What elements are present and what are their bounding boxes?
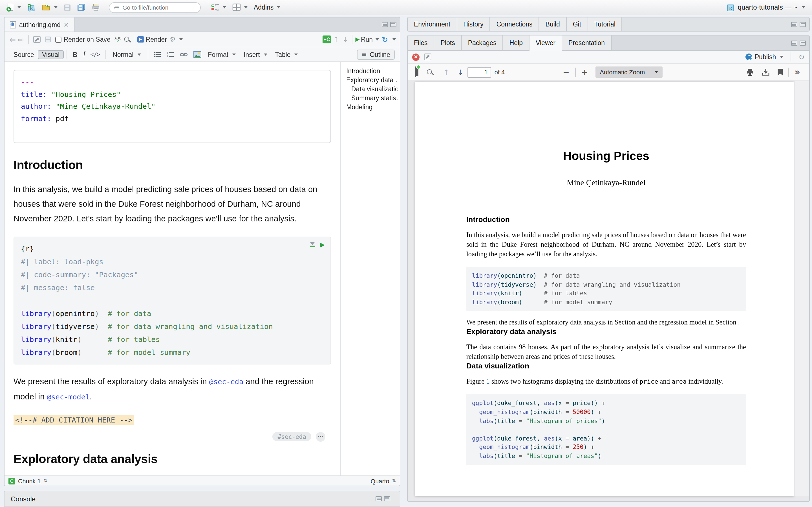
pdf-prev-page-icon[interactable] (443, 68, 449, 76)
document-format-label[interactable]: Quarto (371, 477, 389, 484)
viewer-popout-icon[interactable] (424, 54, 432, 60)
new-file-button[interactable] (4, 2, 22, 13)
project-menu-button[interactable]: R quarto-tutorials — ~ (724, 2, 808, 13)
save-button[interactable] (62, 3, 73, 12)
save-doc-icon[interactable] (45, 36, 51, 43)
maximize-pane-icon[interactable] (390, 22, 396, 27)
rerun-icon[interactable] (382, 36, 388, 43)
tab-close-icon[interactable] (63, 21, 69, 28)
render-on-save-checkbox[interactable] (55, 36, 61, 43)
back-icon[interactable] (10, 36, 16, 43)
viewer-minimize-icon[interactable] (791, 40, 797, 45)
outline-item-data-visualization[interactable]: Data visualization (346, 84, 398, 94)
yaml-metadata-block[interactable]: --- title: "Housing Prices" author: "Min… (13, 70, 331, 143)
tab-viewer[interactable]: Viewer (529, 36, 562, 51)
viewer-refresh-icon[interactable] (799, 53, 805, 61)
env-maximize-icon[interactable] (800, 22, 806, 27)
save-all-button[interactable] (75, 2, 87, 12)
visual-mode-button[interactable]: Visual (38, 50, 63, 59)
pdf-download-icon[interactable] (762, 68, 770, 76)
tab-environment[interactable]: Environment (408, 17, 457, 31)
tab-connections[interactable]: Connections (490, 17, 539, 31)
tab-git[interactable]: Git (567, 17, 588, 31)
pdf-sidebar-toggle[interactable] (415, 67, 418, 77)
popout-icon[interactable] (33, 36, 41, 43)
pdf-bookmark-icon[interactable] (778, 69, 783, 75)
tab-plots[interactable]: Plots (435, 36, 462, 50)
stop-viewer-icon[interactable]: ✕ (412, 53, 419, 61)
pdf-tools-expand-icon[interactable] (795, 68, 800, 76)
tab-packages[interactable]: Packages (462, 36, 503, 50)
open-file-button[interactable] (40, 2, 59, 12)
chunk-position-label[interactable]: Chunk 1 (18, 477, 41, 484)
console-title[interactable]: Console (11, 495, 36, 503)
render-options-gear-icon[interactable] (170, 36, 176, 43)
tab-presentation[interactable]: Presentation (562, 36, 612, 50)
tab-authoring-qmd[interactable]: authoring.qmd (4, 17, 75, 32)
pdf-page-input[interactable] (467, 67, 491, 77)
render-on-save-toggle[interactable]: Render on Save (55, 36, 110, 43)
bold-button[interactable]: B (70, 50, 80, 58)
viewer-window-buttons (791, 36, 809, 50)
format-spinner-icon[interactable] (392, 478, 396, 483)
insert-menu[interactable]: Insert (240, 50, 271, 59)
pdf-zoom-out-icon[interactable] (563, 68, 569, 76)
pdf-next-page-icon[interactable] (457, 68, 463, 76)
console-minimize-icon[interactable] (375, 496, 382, 501)
goto-file-box[interactable]: ➦ (109, 2, 201, 13)
publish-button[interactable]: Publish (746, 54, 783, 60)
console-maximize-icon[interactable] (384, 496, 390, 501)
insert-chunk-button[interactable]: +C (322, 36, 331, 43)
tab-files[interactable]: Files (408, 36, 435, 50)
pdf-viewer-area[interactable]: Housing Prices Mine Çetinkaya-Rundel Int… (408, 81, 809, 501)
code-chunk-load-pkgs[interactable]: {r} #| label: load-pkgs #| code-summary:… (13, 236, 331, 364)
format-menu[interactable]: Format (204, 50, 240, 59)
numbered-list-icon[interactable]: 12 (167, 51, 174, 57)
chunk-line (21, 294, 324, 307)
image-icon[interactable] (193, 51, 201, 58)
tab-help[interactable]: Help (503, 36, 529, 50)
new-project-button[interactable]: R (26, 2, 37, 13)
print-button[interactable] (90, 2, 101, 12)
forward-icon[interactable] (18, 36, 24, 43)
pdf-zoom-select[interactable]: Automatic Zoom (595, 66, 662, 78)
pdf-search-icon[interactable] (426, 68, 434, 76)
visual-editor-document[interactable]: --- title: "Housing Prices" author: "Min… (4, 62, 340, 475)
pdf-zoom-in-icon[interactable] (581, 68, 588, 76)
pdf-scrollbar[interactable] (794, 81, 809, 496)
run-button[interactable]: Run (361, 36, 373, 43)
run-chunks-above-icon[interactable] (310, 242, 315, 247)
bullet-list-icon[interactable] (154, 51, 161, 57)
tab-tutorial[interactable]: Tutorial (588, 17, 622, 31)
table-menu[interactable]: Table (271, 50, 302, 59)
render-button[interactable]: Render (146, 36, 167, 43)
go-next-section-icon[interactable] (342, 36, 348, 43)
run-chunk-icon[interactable] (320, 241, 325, 247)
viewer-maximize-icon[interactable] (800, 40, 806, 45)
addins-button[interactable]: Addins (252, 3, 282, 12)
env-minimize-icon[interactable] (791, 22, 797, 27)
outline-item-introduction[interactable]: Introduction (346, 66, 398, 75)
chunk-spinner-icon[interactable] (43, 478, 47, 483)
tab-history[interactable]: History (457, 17, 490, 31)
workspace-panes-button[interactable] (231, 2, 249, 12)
outline-item-summary-statistics[interactable]: Summary statis… (346, 94, 398, 103)
pdf-print-icon[interactable] (746, 68, 754, 76)
link-icon[interactable] (180, 51, 188, 58)
find-replace-icon[interactable] (124, 36, 131, 43)
minimize-pane-icon[interactable] (382, 22, 388, 27)
paragraph-style-dropdown[interactable]: Normal (109, 50, 145, 59)
version-control-caret (223, 6, 226, 8)
code-format-button[interactable]: </> (88, 51, 102, 57)
version-control-button[interactable] (209, 2, 228, 13)
go-prev-section-icon[interactable] (333, 36, 339, 43)
goto-file-input[interactable] (122, 4, 190, 11)
outline-toggle-button[interactable]: Outline (357, 49, 395, 59)
outline-item-modeling[interactable]: Modeling (346, 103, 398, 112)
section-options-button[interactable] (316, 432, 325, 441)
spellcheck-icon[interactable]: ABC ✓ (114, 36, 121, 43)
source-mode-button[interactable]: Source (10, 50, 38, 59)
outline-item-eda[interactable]: Exploratory data … (346, 75, 398, 84)
tab-build[interactable]: Build (539, 17, 567, 31)
italic-button[interactable]: I (80, 50, 88, 59)
